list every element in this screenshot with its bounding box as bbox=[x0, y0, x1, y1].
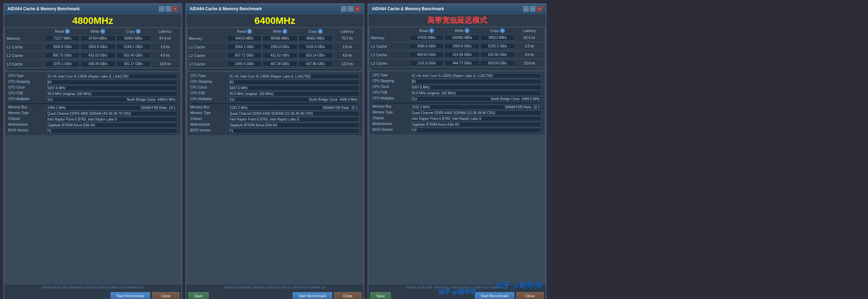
memory-read-2: 94015 MB/s bbox=[227, 35, 262, 41]
info-section-3: CPU Type 6C+8c Intel Core i5-13600 (Rapt… bbox=[370, 72, 544, 135]
window-content-2: Read i Write i Copy i Latency Memory 940… bbox=[186, 27, 364, 285]
close-window-btn-3[interactable]: Close bbox=[516, 292, 544, 299]
l3-copy-3: 659.59 GB/s bbox=[480, 60, 515, 66]
l3-row-3: L3 Cache 1101.6 GB/s 444.77 GB/s 659.59 … bbox=[370, 59, 544, 67]
bios-value-2: F1 bbox=[228, 128, 359, 133]
l1-copy-3: 5155.3 GB/s bbox=[480, 43, 515, 49]
mem-bus-value-3: 3192.2 MHz DRAM:FSB Ratio 32:1 bbox=[410, 105, 542, 110]
l2-label-2: L2 Cache bbox=[189, 52, 226, 58]
cpu-mult-value-2: 51x North Bridge Clock 4489.0 MHz bbox=[228, 97, 359, 102]
cpu-stepping-row-2: CPU Stepping B0 bbox=[190, 79, 359, 85]
l1-row-1: L1 Cache 3565.8 GB/s 2583.9 GB/s 5156.1 … bbox=[5, 43, 180, 51]
titlebar-1: AIDA64 Cache & Memory Benchmark ─ □ ✕ bbox=[4, 4, 181, 14]
l1-row-2: L1 Cache 3564.1 GB/s 2583.8 GB/s 5156.9 … bbox=[188, 43, 362, 51]
minimize-btn-2[interactable]: ─ bbox=[341, 6, 347, 12]
mem-type-row-1: Memory Type Quad Channel DDR5-4800 SDRAM… bbox=[8, 111, 177, 116]
start-benchmark-btn-1[interactable]: Start Benchmark bbox=[111, 292, 150, 299]
l2-read-1: 995.75 GB/s bbox=[45, 52, 80, 58]
col-write-3: Write i bbox=[445, 28, 479, 33]
memory-label-1: Memory bbox=[7, 35, 44, 41]
l1-copy-2: 5156.9 GB/s bbox=[298, 44, 333, 50]
cpu-type-row-3: CPU Type 6C+8c Intel Core i5-13600 (Rapt… bbox=[372, 73, 542, 79]
button-bar-1: Start Benchmark Close bbox=[4, 290, 181, 299]
chipset-value-1: Intel Raptor Point-S B760, Intel Raptor … bbox=[46, 117, 177, 122]
maximize-btn-2[interactable]: □ bbox=[348, 6, 353, 12]
divider-1 bbox=[7, 69, 179, 70]
l1-read-3: 3566.6 GB/s bbox=[409, 43, 444, 49]
save-btn-3[interactable]: Save bbox=[370, 292, 391, 299]
mobo-value-1: Gigabyte B760M Aorus Elite AX bbox=[46, 123, 177, 128]
memory-label-3: Memory bbox=[371, 35, 408, 41]
read-info-icon-1[interactable]: i bbox=[65, 29, 70, 34]
cpu-type-row-1: CPU Type 6C+8c Intel Core i5-13600 (Rapt… bbox=[8, 74, 177, 79]
save-btn-2[interactable]: Save bbox=[188, 292, 209, 299]
l3-write-1: 438.28 GB/s bbox=[80, 61, 115, 67]
l3-read-3: 1101.6 GB/s bbox=[409, 60, 444, 66]
memory-read-1: 71217 MB/s bbox=[45, 35, 80, 41]
cpu-clock-row-1: CPU Clock 5087.6 MHz bbox=[8, 85, 177, 91]
copy-info-icon-3[interactable]: i bbox=[500, 28, 505, 33]
cpu-stepping-row-1: CPU Stepping B0 bbox=[8, 79, 177, 85]
minimize-btn-3[interactable]: ─ bbox=[523, 6, 529, 12]
bios-value-3: F2f bbox=[410, 128, 542, 133]
l3-latency-3: 13.8 ns bbox=[516, 60, 543, 66]
col-label-empty-2 bbox=[189, 29, 226, 34]
mem-type-row-3: Memory Type Quad Channel DDR5-6400 SDRAM… bbox=[372, 110, 542, 116]
copy-info-icon-1[interactable]: i bbox=[136, 29, 141, 34]
maximize-btn-1[interactable]: □ bbox=[166, 6, 171, 12]
bios-value-1: F1 bbox=[46, 128, 177, 133]
start-benchmark-btn-2[interactable]: Start Benchmark bbox=[293, 292, 332, 299]
minimize-btn-1[interactable]: ─ bbox=[159, 6, 164, 12]
close-btn-2[interactable]: ✕ bbox=[355, 6, 360, 12]
bios-row-2: BIOS Version F1 bbox=[190, 128, 359, 134]
write-info-icon-2[interactable]: i bbox=[283, 29, 287, 34]
l2-row-2: L2 Cache 857.72 GB/s 421.62 GB/s 633.14 … bbox=[188, 51, 362, 59]
cpu-type-value-3: 6C+8c Intel Core i5-13600 (Raptor Lake-S… bbox=[410, 73, 542, 78]
close-window-btn-2[interactable]: Close bbox=[334, 292, 361, 299]
l1-write-3: 2583.8 GB/s bbox=[445, 43, 479, 49]
cpu-clock-row-2: CPU Clock 5087.6 MHz bbox=[190, 85, 359, 91]
col-label-empty-1 bbox=[7, 29, 44, 34]
maximize-btn-3[interactable]: □ bbox=[530, 6, 535, 12]
memory-copy-3: 96013 MB/s bbox=[480, 35, 515, 41]
window-controls-1: ─ □ ✕ bbox=[159, 6, 178, 12]
col-latency-1: Latency bbox=[151, 29, 179, 34]
col-read-2: Read i bbox=[227, 29, 262, 34]
read-info-icon-2[interactable]: i bbox=[247, 29, 252, 34]
divider-2 bbox=[189, 69, 361, 70]
memory-latency-3: 62.4 ns bbox=[516, 35, 543, 41]
close-btn-3[interactable]: ✕ bbox=[537, 6, 542, 12]
l3-latency-2: 13.3 ns bbox=[334, 61, 361, 67]
window-content-1: Read i Write i Copy i Latency Memory 712… bbox=[4, 27, 181, 285]
memory-write-2: 85068 MB/s bbox=[262, 35, 297, 41]
col-label-empty-3 bbox=[371, 28, 408, 33]
l3-write-2: 467.26 GB/s bbox=[262, 61, 297, 67]
l3-read-1: 1076.1 GB/s bbox=[45, 61, 80, 67]
start-benchmark-btn-3[interactable]: Start Benchmark bbox=[475, 292, 514, 299]
cpu-stepping-row-3: CPU Stepping B0 bbox=[372, 79, 542, 84]
write-info-icon-1[interactable]: i bbox=[100, 29, 105, 34]
mem-type-value-1: Quad Channel DDR5-4800 SDRAM (40-39-39-7… bbox=[46, 111, 177, 116]
copy-info-icon-2[interactable]: i bbox=[318, 29, 323, 34]
close-btn-1[interactable]: ✕ bbox=[173, 6, 178, 12]
l3-label-2: L3 Cache bbox=[189, 61, 226, 67]
col-copy-1: Copy i bbox=[116, 29, 151, 34]
divider-info-3 bbox=[374, 103, 540, 104]
read-info-icon-3[interactable]: i bbox=[429, 28, 434, 33]
close-window-btn-1[interactable]: Close bbox=[152, 292, 179, 299]
benchmark-window-3: AIDA64 Cache & Memory Benchmark ─ □ ✕ 高带… bbox=[368, 3, 546, 299]
cpu-mult-row-1: CPU Multiplier 51x North Bridge Clock 44… bbox=[8, 97, 177, 103]
l2-copy-3: 632.56 GB/s bbox=[480, 52, 515, 58]
memory-latency-2: 70.7 ns bbox=[334, 35, 361, 41]
bios-row-1: BIOS Version F1 bbox=[8, 128, 177, 134]
benchmark-window-1: AIDA64 Cache & Memory Benchmark ─ □ ✕ 48… bbox=[3, 3, 182, 299]
button-bar-3: Save 知乎 @昭华润 Start Benchmark Close bbox=[368, 290, 546, 299]
l2-row-1: L2 Cache 995.75 GB/s 433.03 GB/s 632.40 … bbox=[5, 51, 180, 59]
window-controls-2: ─ □ ✕ bbox=[341, 6, 360, 12]
l1-read-1: 3565.8 GB/s bbox=[45, 44, 80, 50]
memory-write-3: 100050 MB/s bbox=[445, 35, 479, 41]
mem-bus-value-1: 2394.1 MHz DRAM:FSB Ratio 24:1 bbox=[46, 105, 177, 110]
write-info-icon-3[interactable]: i bbox=[465, 28, 469, 33]
col-write-2: Write i bbox=[262, 29, 297, 34]
col-headers-3: Read i Write i Copy i Latency bbox=[370, 28, 544, 34]
